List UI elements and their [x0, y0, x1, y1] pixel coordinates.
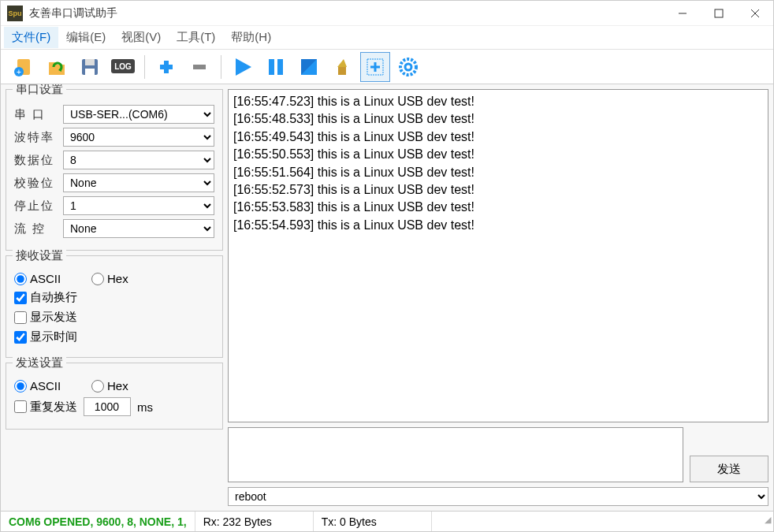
close-button[interactable]: [737, 1, 773, 26]
databits-select[interactable]: 8: [63, 151, 214, 169]
stopbits-select[interactable]: 1: [63, 196, 214, 215]
rx-bytes-status: Rx: 232 Bytes: [195, 512, 314, 531]
window-controls: [664, 1, 773, 26]
interval-input[interactable]: [84, 397, 131, 416]
parity-select[interactable]: None: [63, 173, 214, 192]
add-button[interactable]: [360, 52, 390, 82]
maximize-button[interactable]: [701, 1, 737, 26]
menu-view[interactable]: 视图(V): [113, 27, 169, 48]
ms-label: ms: [137, 400, 153, 414]
send-hex-label: Hex: [107, 379, 128, 392]
menu-tools[interactable]: 工具(T): [169, 27, 223, 48]
tx-bytes-status: Tx: 0 Bytes: [314, 512, 432, 531]
flow-label: 流 控: [14, 221, 63, 236]
statusbar: COM6 OPENED, 9600, 8, NONE, 1, Rx: 232 B…: [1, 511, 773, 531]
svg-rect-15: [269, 59, 274, 75]
open-file-button[interactable]: [42, 52, 72, 82]
send-hex-radio[interactable]: [91, 380, 104, 392]
show-send-checkbox[interactable]: [14, 311, 27, 324]
clear-button[interactable]: [327, 52, 357, 82]
toolbar: + LOG: [1, 50, 773, 84]
svg-text:LOG: LOG: [114, 62, 132, 71]
send-ascii-label: ASCII: [30, 379, 61, 392]
group-legend: 接收设置: [13, 248, 66, 263]
zoom-in-button[interactable]: [151, 52, 181, 82]
body-area: 串口设置 串 口 USB-SER...(COM6) 波特率 9600 数据位 8…: [1, 84, 773, 511]
toolbar-sep: [221, 55, 221, 79]
send-ascii-radio[interactable]: [14, 380, 27, 392]
send-button[interactable]: 发送: [690, 456, 768, 482]
port-label: 串 口: [14, 107, 63, 122]
sidebar: 串口设置 串 口 USB-SER...(COM6) 波特率 9600 数据位 8…: [1, 84, 228, 511]
svg-rect-1: [715, 9, 723, 17]
svg-rect-16: [277, 59, 283, 75]
save-button[interactable]: [75, 52, 105, 82]
connection-status: COM6 OPENED, 9600, 8, NONE, 1,: [1, 512, 195, 531]
log-button[interactable]: LOG: [108, 52, 138, 82]
menu-file[interactable]: 文件(F): [4, 27, 58, 48]
show-time-checkbox[interactable]: [14, 331, 27, 344]
menu-help[interactable]: 帮助(H): [223, 27, 279, 48]
recv-ascii-radio[interactable]: [14, 273, 27, 285]
send-settings-group: 发送设置 ASCII Hex 重复发送 ms: [6, 363, 223, 430]
minimize-button[interactable]: [664, 1, 701, 26]
window-title: 友善串口调试助手: [29, 6, 664, 20]
repeat-send-checkbox[interactable]: [14, 400, 27, 413]
stopbits-label: 停止位: [14, 199, 63, 214]
resize-grip-icon[interactable]: ◢: [759, 515, 773, 529]
recv-hex-radio[interactable]: [91, 273, 104, 285]
svg-point-23: [405, 64, 411, 70]
svg-rect-8: [85, 59, 95, 65]
auto-wrap-checkbox[interactable]: [14, 292, 27, 304]
pause-button[interactable]: [261, 52, 291, 82]
group-legend: 串口设置: [13, 84, 66, 97]
zoom-out-button[interactable]: [184, 52, 214, 82]
group-legend: 发送设置: [13, 355, 66, 370]
baud-select[interactable]: 9600: [63, 128, 214, 147]
menu-edit[interactable]: 编辑(E): [58, 27, 113, 48]
parity-label: 校验位: [14, 176, 63, 191]
show-send-label: 显示发送: [30, 310, 77, 325]
recv-ascii-label: ASCII: [30, 272, 61, 285]
serial-settings-group: 串口设置 串 口 USB-SER...(COM6) 波特率 9600 数据位 8…: [6, 89, 223, 251]
svg-rect-9: [85, 69, 95, 75]
port-select[interactable]: USB-SER...(COM6): [63, 105, 214, 124]
svg-text:+: +: [17, 68, 21, 76]
flow-select[interactable]: None: [63, 219, 214, 238]
toolbar-sep: [144, 55, 145, 79]
svg-rect-18: [338, 67, 346, 75]
app-icon: Spu: [7, 6, 23, 21]
recv-hex-label: Hex: [107, 272, 128, 285]
send-textarea[interactable]: [228, 427, 683, 482]
stop-button[interactable]: [294, 52, 324, 82]
receive-settings-group: 接收设置 ASCII Hex 自动换行 显示发送 显示时间: [6, 255, 223, 358]
repeat-send-label: 重复发送: [30, 400, 77, 415]
baud-label: 波特率: [14, 130, 63, 145]
menubar: 文件(F) 编辑(E) 视图(V) 工具(T) 帮助(H): [1, 26, 773, 50]
new-file-button[interactable]: +: [9, 52, 39, 82]
show-time-label: 显示时间: [30, 329, 77, 344]
receive-textarea[interactable]: [16:55:47.523] this is a Linux USB dev t…: [228, 89, 768, 422]
databits-label: 数据位: [14, 153, 63, 168]
titlebar: Spu 友善串口调试助手: [1, 1, 773, 26]
app-window: Spu 友善串口调试助手 文件(F) 编辑(E) 视图(V) 工具(T) 帮助(…: [0, 0, 774, 532]
auto-wrap-label: 自动换行: [30, 290, 77, 305]
settings-button[interactable]: [393, 52, 423, 82]
svg-point-22: [400, 59, 416, 75]
main-area: [16:55:47.523] this is a Linux USB dev t…: [228, 84, 773, 511]
command-history-select[interactable]: reboot: [228, 487, 768, 506]
play-button[interactable]: [228, 52, 258, 82]
